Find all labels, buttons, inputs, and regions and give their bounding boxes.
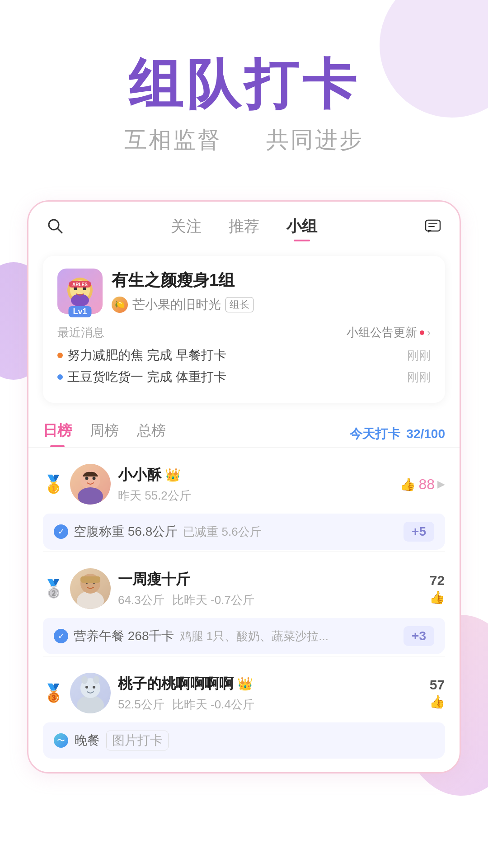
message-icon[interactable]: [424, 217, 441, 239]
user-weight-1: 昨天 55.2公斤: [118, 488, 393, 504]
tab-all-time[interactable]: 总榜: [137, 421, 166, 447]
leaderboard-header: 日榜 周榜 总榜 今天打卡 32/100: [28, 410, 460, 448]
group-header: ARLES Lv1 有生之颜瘦身1组 🍋 芒小果的旧时光 组长: [57, 269, 431, 314]
rank-icon-1: 🥇: [43, 474, 63, 494]
message-row-2: 王豆货吃货一 完成 体重打卡 刚刚: [57, 368, 431, 386]
orange-dot: [57, 353, 63, 358]
svg-point-23: [85, 686, 88, 689]
leaderboard-item-3: 🥉 桃子的桃啊啊啊啊 👑 5: [43, 665, 445, 759]
tab-group[interactable]: 小组: [286, 216, 317, 240]
svg-point-24: [93, 686, 95, 689]
recent-messages-header: 最近消息 小组公告更新 ›: [57, 325, 431, 340]
divider-1: [43, 552, 445, 552]
dinner-label: 晚餐: [75, 732, 100, 749]
like-count-2[interactable]: 72 👍: [429, 573, 445, 605]
thumb-up-icon-3: 👍: [429, 694, 445, 709]
tab-recommend[interactable]: 推荐: [229, 216, 259, 240]
svg-rect-2: [426, 220, 440, 231]
leaderboard-item-1: 🥇 小小酥 👑 昨天 55.2公斤 👍: [43, 457, 445, 550]
message-text-1: 努力减肥的焦 完成 早餐打卡: [67, 347, 407, 364]
detail-extra-2: 鸡腿 1只、酸奶、蔬菜沙拉...: [180, 628, 328, 644]
checkin-label: 今天打卡: [350, 427, 400, 441]
detail-main-text-1: 空腹称重 56.8公斤: [74, 523, 178, 540]
tab-follow[interactable]: 关注: [171, 216, 202, 240]
svg-point-14: [85, 477, 89, 480]
group-announcement[interactable]: 小组公告更新 ›: [347, 325, 431, 340]
like-number-2: 72: [430, 573, 445, 588]
svg-line-1: [57, 228, 62, 233]
tab-daily[interactable]: 日榜: [43, 421, 72, 447]
like-count-1[interactable]: 👍 88 ▶: [400, 476, 445, 493]
lb-item-main-1: 🥇 小小酥 👑 昨天 55.2公斤 👍: [43, 457, 445, 512]
username-1: 小小酥 👑: [118, 465, 393, 485]
lb-detail-content-1: ✓ 空腹称重 56.8公斤 已减重 5.6公斤: [54, 523, 262, 540]
leaderboard-item-2: 🥈 一周瘦十斤 64.3公斤 比昨天 -0.7公斤: [43, 561, 445, 654]
thumb-up-icon-1: 👍: [400, 477, 416, 492]
phone-nav: 关注 推荐 小组: [28, 202, 460, 249]
nav-tabs: 关注 推荐 小组: [64, 216, 424, 240]
username-3: 桃子的桃啊啊啊啊 👑: [118, 674, 422, 694]
already-lost-1: 已减重 5.6公斤: [183, 524, 261, 540]
rank-icon-3: 🥉: [43, 683, 63, 703]
svg-point-26: [93, 676, 99, 684]
svg-text:ARLES: ARLES: [72, 282, 88, 287]
checkin-count: 今天打卡 32/100: [350, 425, 445, 443]
lb-detail-content-2: ✓ 营养午餐 268千卡 鸡腿 1只、酸奶、蔬菜沙拉...: [54, 627, 328, 645]
hero-title: 组队打卡: [27, 54, 461, 114]
like-arrow-1: ▶: [437, 478, 445, 490]
tab-weekly[interactable]: 周榜: [90, 421, 119, 447]
leader-avatar: 🍋: [112, 297, 128, 313]
like-number-3: 57: [430, 677, 445, 693]
message-row-1: 努力减肥的焦 完成 早餐打卡 刚刚: [57, 347, 431, 364]
checkin-value: 32/100: [406, 427, 445, 441]
message-text-2: 王豆货吃货一 完成 体重打卡: [67, 368, 407, 386]
user-info-2: 一周瘦十斤 64.3公斤 比昨天 -0.7公斤: [118, 570, 422, 608]
rank-icon-2: 🥈: [43, 579, 63, 599]
thumb-up-icon-2: 👍: [429, 590, 445, 605]
blue-dot: [57, 374, 63, 380]
hero-section: 组队打卡 互相监督 共同进步: [0, 0, 488, 182]
chevron-right-icon: ›: [427, 326, 431, 339]
group-name: 有生之颜瘦身1组: [112, 269, 431, 292]
leader-badge: 组长: [225, 297, 253, 312]
crown-icon-1: 👑: [165, 467, 181, 482]
check-icon-1: ✓: [54, 524, 68, 539]
svg-point-15: [93, 477, 96, 480]
crown-icon-3: 👑: [237, 676, 253, 691]
lb-item-detail-2: ✓ 营养午餐 268千卡 鸡腿 1只、酸奶、蔬菜沙拉... +3: [43, 618, 445, 654]
lb-item-main-3: 🥉 桃子的桃啊啊啊啊 👑 5: [43, 665, 445, 721]
svg-rect-20: [80, 576, 100, 583]
divider-2: [43, 656, 445, 656]
group-info: 有生之颜瘦身1组 🍋 芒小果的旧时光 组长: [112, 269, 431, 313]
search-icon[interactable]: [47, 217, 64, 239]
plus-badge-1: +5: [404, 522, 434, 542]
detail-main-text-2: 营养午餐 268千卡: [74, 627, 174, 645]
user-info-3: 桃子的桃啊啊啊啊 👑 52.5公斤 比昨天 -0.4公斤: [118, 674, 422, 712]
message-time-1: 刚刚: [407, 348, 431, 363]
recent-label: 最近消息: [57, 325, 104, 340]
svg-point-13: [78, 487, 103, 505]
hero-subtitle: 互相监督 共同进步: [27, 125, 461, 155]
user-info-1: 小小酥 👑 昨天 55.2公斤: [118, 465, 393, 504]
hero-subtitle-left: 互相监督: [124, 127, 222, 152]
user-avatar-1[interactable]: [70, 464, 111, 505]
user-avatar-3[interactable]: [70, 673, 111, 713]
message-time-2: 刚刚: [407, 369, 431, 385]
group-level-badge: Lv1: [68, 306, 91, 317]
like-number-1: 88: [418, 476, 435, 493]
dinner-sublabel: 图片打卡: [106, 731, 169, 750]
lb-item-detail-1: ✓ 空腹称重 56.8公斤 已减重 5.6公斤 +5: [43, 514, 445, 550]
leaderboard-tabs: 日榜 周榜 总榜: [43, 421, 166, 447]
user-avatar-2[interactable]: [70, 568, 111, 609]
wave-icon: 〜: [54, 733, 68, 748]
announcement-label: 小组公告更新: [347, 325, 417, 340]
like-count-3[interactable]: 57 👍: [429, 677, 445, 709]
username-2: 一周瘦十斤: [118, 570, 422, 590]
svg-point-7: [71, 294, 89, 307]
hero-subtitle-right: 共同进步: [266, 127, 364, 152]
svg-point-25: [81, 676, 88, 684]
lb-item-detail-3: 〜 晚餐 图片打卡: [43, 722, 445, 759]
user-weight-2: 64.3公斤 比昨天 -0.7公斤: [118, 592, 422, 608]
user-weight-3: 52.5公斤 比昨天 -0.4公斤: [118, 697, 422, 712]
phone-card: 关注 推荐 小组: [27, 200, 461, 774]
